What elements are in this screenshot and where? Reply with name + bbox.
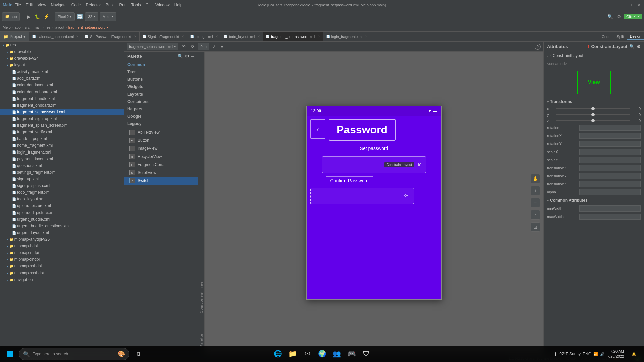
tree-payment-layout[interactable]: 📄 payment_layout.xml xyxy=(0,156,124,162)
tab-signup-kt[interactable]: 📄 SignUpFragment.kt ✕ xyxy=(140,32,187,41)
help-button[interactable]: ? xyxy=(535,44,541,50)
tree-mipmap-mdpi[interactable]: ▸ 📁 mipmap-mdpi xyxy=(0,249,124,256)
tree-mipmap-xhdpi[interactable]: ▸ 📁 mipmap-xhdpi xyxy=(0,256,124,263)
tree-urgent-layout[interactable]: 📄 urgent_layout.xml xyxy=(0,229,124,236)
common-attributes-title[interactable]: ▾ Common Attributes xyxy=(544,196,644,204)
palette-item-fragmentcon[interactable]: F FragmentCon... xyxy=(124,161,198,169)
tree-settings-fragment[interactable]: 📄 settings_fragment.xml xyxy=(0,169,124,176)
tab-fragment-setpassword[interactable]: 📄 fragment_setpassword.xml ✕ xyxy=(263,32,323,41)
palette-category-legacy[interactable]: Legacy xyxy=(124,120,198,127)
tree-sign-up[interactable]: 📄 sign_up.xml xyxy=(0,176,124,182)
tab-calendar-onboard[interactable]: 📄 calendar_onboard.xml ✕ xyxy=(29,32,82,41)
menu-build[interactable]: Build xyxy=(106,3,115,7)
palette-item-button[interactable]: B Button xyxy=(124,136,198,144)
device-selector[interactable]: Pixel 2 ▾ xyxy=(55,12,75,21)
rotation-z-slider[interactable] xyxy=(556,120,630,121)
lang-indicator[interactable]: ENG xyxy=(583,352,591,356)
tree-fragment-setpassword[interactable]: 📄 fragment_setpassword.xml xyxy=(0,109,124,115)
attr-search-icon[interactable]: 🔍 xyxy=(629,44,635,49)
palette-search-icon[interactable]: 🔍 xyxy=(178,54,183,59)
sync-button[interactable]: 🔄 xyxy=(76,13,84,20)
tree-drawable-v24[interactable]: ▸ 📁 drawable-v24 xyxy=(0,55,124,62)
tray-icon-1[interactable]: ⬆ xyxy=(553,351,557,357)
close-tab-todo[interactable]: ✕ xyxy=(257,35,260,38)
palette-collapse-icon[interactable]: ─ xyxy=(191,54,194,59)
close-tab-setpassword-kt[interactable]: ✕ xyxy=(134,35,137,38)
menu-navigate[interactable]: Navigate xyxy=(51,3,66,7)
taskbar-teams[interactable]: 👥 xyxy=(330,347,343,361)
transforms-section-title[interactable]: ▾ Transforms xyxy=(544,98,644,106)
code-view-button[interactable]: Code xyxy=(599,34,613,39)
translationX-input[interactable] xyxy=(579,165,641,171)
git-status[interactable]: Git: ✓ ✓ xyxy=(624,14,642,19)
tree-add-card[interactable]: 📄 add_card.xml xyxy=(0,75,124,82)
zoom-out-button[interactable]: − xyxy=(531,198,540,207)
melo-selector[interactable]: Melo ▾ xyxy=(100,12,117,21)
tree-todo-fragment[interactable]: 📄 todo_fragment.xml xyxy=(0,189,124,196)
palette-category-common[interactable]: Common xyxy=(124,61,198,68)
minWidth-input[interactable] xyxy=(579,205,641,212)
tree-fragment-hundle[interactable]: 📄 fragment_hundle.xml xyxy=(0,95,124,102)
ratio-button[interactable]: 1:1 xyxy=(531,210,540,220)
rotation-x-slider[interactable] xyxy=(556,108,630,109)
tree-mipmap-anydpi[interactable]: ▸ 📁 mipmap-anydpi-v26 xyxy=(0,236,124,243)
tree-mipmap-hdpi[interactable]: ▸ 📁 mipmap-hdpi xyxy=(0,243,124,249)
attr-settings-icon[interactable]: ⚙ xyxy=(637,44,641,49)
rotate-button[interactable]: ⟳ xyxy=(190,43,196,50)
tree-calendar-onboard[interactable]: 📄 calendar_onboard.xml xyxy=(0,88,124,95)
file-dropdown[interactable]: fragment_setpassword.xml ▾ xyxy=(127,43,178,50)
volume-icon[interactable]: 🔊 xyxy=(600,352,605,356)
transform-button[interactable]: ⤢ xyxy=(211,43,217,50)
taskbar-app7[interactable]: 🛡 xyxy=(360,347,373,361)
menu-file[interactable]: File xyxy=(15,3,21,7)
settings-toolbar-button[interactable]: ⚙ xyxy=(615,13,623,20)
tree-uploaded-picture[interactable]: 📄 uploaded_picture.xml xyxy=(0,209,124,216)
palette-settings-icon[interactable]: ⚙ xyxy=(185,54,189,59)
eye-toggle-2[interactable]: 👁 xyxy=(404,193,410,199)
run-button[interactable]: ▶ xyxy=(25,13,32,20)
search-toolbar-button[interactable]: 🔍 xyxy=(607,13,614,20)
scaleX-input[interactable] xyxy=(579,149,641,155)
tree-res[interactable]: ▾ 📁 res xyxy=(0,42,124,48)
tree-drawable[interactable]: ▸ 📁 drawable xyxy=(0,48,124,55)
tree-questions[interactable]: 📄 questions.xml xyxy=(0,162,124,169)
palette-item-imageview[interactable]: I ImageView xyxy=(124,144,198,153)
tab-todo-layout[interactable]: 📄 todo_layout.xml ✕ xyxy=(221,32,263,41)
tree-navigation[interactable]: ▸ 📁 navigation xyxy=(0,276,124,283)
rotation-y-slider[interactable] xyxy=(556,114,630,115)
tab-login-fragment[interactable]: 📄 login_fragment.xml ✕ xyxy=(323,32,371,41)
taskbar-mail[interactable]: ✉ xyxy=(301,347,314,361)
translationY-input[interactable] xyxy=(579,173,641,179)
menu-git[interactable]: Git xyxy=(146,3,151,7)
taskbar-explorer[interactable]: 📁 xyxy=(286,347,299,361)
split-view-button[interactable]: Split xyxy=(614,34,626,39)
palette-label[interactable]: Palette xyxy=(199,334,203,347)
palette-item-switch[interactable]: ⚬ Switch xyxy=(124,177,198,185)
zoom-in-button[interactable]: + xyxy=(531,186,540,195)
tree-calendar-layout[interactable]: 📄 calendar_layout.xml xyxy=(0,82,124,88)
alpha-input[interactable] xyxy=(579,189,641,195)
tree-mipmap-xxhdpi[interactable]: ▸ 📁 mipmap-xxhdpi xyxy=(0,263,124,269)
menu-view[interactable]: View xyxy=(38,3,46,7)
project-tab[interactable]: 📁 Project ▾ xyxy=(0,32,29,41)
taskbar-chrome[interactable]: 🌍 xyxy=(315,347,329,361)
breadcrumb-main[interactable]: main xyxy=(34,25,42,29)
breadcrumb-layout[interactable]: layout xyxy=(54,25,64,29)
palette-category-layouts[interactable]: Layouts xyxy=(124,90,198,98)
tree-upload-picture[interactable]: 📄 upload_picture.xml xyxy=(0,202,124,209)
tree-fragment-verify[interactable]: 📄 fragment_verify.xml xyxy=(0,129,124,135)
confirm-password-input[interactable]: 👁 xyxy=(310,188,414,204)
tree-fragment-sign-up[interactable]: 📄 fragment_sign_up.xml xyxy=(0,115,124,122)
rotationX-input[interactable] xyxy=(579,133,641,139)
palette-category-text[interactable]: Text xyxy=(124,68,198,76)
tree-mipmap-xxxhdpi[interactable]: ▸ 📁 mipmap-xxxhdpi xyxy=(0,269,124,276)
translationZ-input[interactable] xyxy=(579,181,641,187)
tree-urgent-huddle-questions[interactable]: 📄 urgent_huddle_questions.xml xyxy=(0,223,124,229)
breadcrumb-res[interactable]: res xyxy=(45,25,50,29)
palette-item-scrollview[interactable]: S ScrollView xyxy=(124,169,198,177)
scaleY-input[interactable] xyxy=(579,157,641,163)
palette-category-widgets[interactable]: Widgets xyxy=(124,83,198,90)
tree-handoff-pop[interactable]: 📄 handoff_pop.xml xyxy=(0,135,124,142)
palette-category-helpers[interactable]: Helpers xyxy=(124,105,198,113)
palette-category-buttons[interactable]: Buttons xyxy=(124,76,198,83)
